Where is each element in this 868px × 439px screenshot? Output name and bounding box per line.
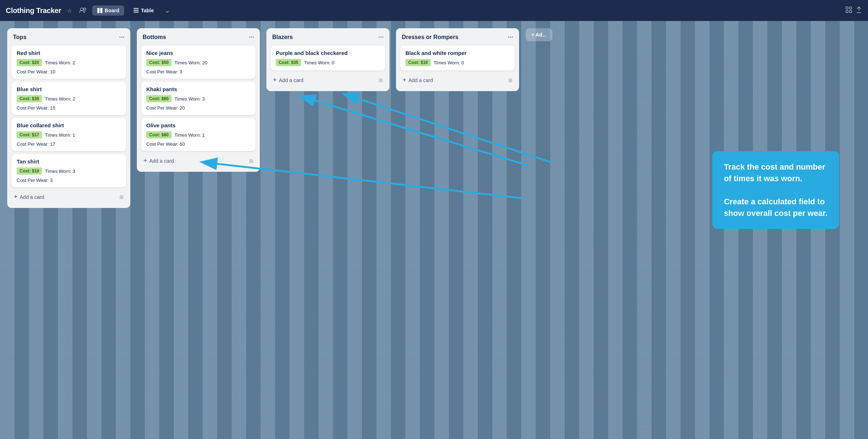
column-menu-tops[interactable]: ··· xyxy=(119,34,125,41)
times-worn-dresses-rompers-0: Times Worn: 0 xyxy=(434,60,464,65)
column-header-bottoms: Bottoms ··· xyxy=(141,33,256,43)
card-title-bottoms-0: Nice jeans xyxy=(146,50,250,56)
card-badges-tops-2: Cost: $17 Times Worn: 1 xyxy=(17,131,121,138)
cost-badge-bottoms-1: Cost: $60 xyxy=(146,95,172,102)
cost-badge-tops-2: Cost: $17 xyxy=(17,131,42,138)
app-title: Clothing Tracker xyxy=(6,7,61,15)
svg-rect-4 xyxy=(134,8,139,9)
times-worn-bottoms-2: Times Worn: 1 xyxy=(174,132,205,138)
card-title-tops-3: Tan shirt xyxy=(17,158,121,165)
column-tops: Tops ··· Red shirt Cost: $20 Times Worn:… xyxy=(7,28,130,208)
plus-icon-blazers: + xyxy=(273,76,277,84)
table-view-button[interactable]: Table xyxy=(128,5,159,16)
card-badges-bottoms-0: Cost: $50 Times Worn: 20 xyxy=(146,59,250,66)
column-title-bottoms: Bottoms xyxy=(143,34,166,41)
plus-icon-tops: + xyxy=(14,193,18,201)
table-label: Table xyxy=(141,8,154,13)
column-title-tops: Tops xyxy=(13,34,26,41)
board-view-button[interactable]: Board xyxy=(92,5,124,16)
card-badges-tops-0: Cost: $20 Times Worn: 2 xyxy=(17,59,121,66)
svg-rect-6 xyxy=(134,12,139,13)
cost-badge-tops-1: Cost: $30 xyxy=(17,95,42,102)
navbar: Clothing Tracker ☆ Board Table ⌄ xyxy=(0,0,868,21)
plus-icon-bottoms: + xyxy=(143,157,147,165)
column-header-dresses-rompers: Dresses or Rompers ··· xyxy=(400,33,515,43)
add-card-btn-dresses-rompers[interactable]: + Add a card ⊞ xyxy=(400,73,515,87)
column-menu-bottoms[interactable]: ··· xyxy=(249,34,254,41)
card-title-tops-2: Blue collared shirt xyxy=(17,122,121,128)
times-worn-blazers-0: Times Worn: 0 xyxy=(304,60,334,65)
cost-per-wear-tops-2: Cost Per Wear: 17 xyxy=(17,141,121,147)
template-icon-bottoms: ⊞ xyxy=(249,158,253,164)
share-icon[interactable] xyxy=(856,7,862,15)
add-column-button[interactable]: + Ad... xyxy=(526,28,552,41)
add-card-btn-tops[interactable]: + Add a card ⊞ xyxy=(12,190,126,204)
cost-per-wear-tops-0: Cost Per Wear: 10 xyxy=(17,69,121,74)
svg-rect-10 xyxy=(850,10,852,13)
column-bottoms: Bottoms ··· Nice jeans Cost: $50 Times W… xyxy=(137,28,260,172)
template-icon-blazers: ⊞ xyxy=(379,77,383,83)
times-worn-tops-1: Times Worn: 2 xyxy=(45,96,75,102)
people-button[interactable] xyxy=(78,6,88,15)
svg-point-1 xyxy=(84,8,86,10)
card-title-bottoms-2: Olive pants xyxy=(146,122,250,128)
add-card-btn-blazers[interactable]: + Add a card ⊞ xyxy=(271,73,385,87)
column-menu-blazers[interactable]: ··· xyxy=(378,34,384,41)
card-badges-blazers-0: Cost: $35 Times Worn: 0 xyxy=(276,59,380,66)
cost-badge-tops-0: Cost: $20 xyxy=(17,59,42,66)
column-title-dresses-rompers: Dresses or Rompers xyxy=(402,34,459,41)
cost-badge-bottoms-0: Cost: $50 xyxy=(146,59,172,66)
cost-per-wear-tops-3: Cost Per Wear: 3 xyxy=(17,178,121,183)
svg-rect-8 xyxy=(850,7,852,9)
annotation-text: Track the cost and number of times it wa… xyxy=(724,162,827,218)
card-tops-1[interactable]: Blue shirt Cost: $30 Times Worn: 2 Cost … xyxy=(12,82,126,115)
nav-right xyxy=(846,7,862,15)
card-title-dresses-rompers-0: Black and white romper xyxy=(405,50,510,56)
svg-rect-9 xyxy=(846,10,848,13)
card-title-bottoms-1: Khaki pants xyxy=(146,86,250,92)
card-tops-3[interactable]: Tan shirt Cost: $10 Times Worn: 3 Cost P… xyxy=(12,154,126,187)
svg-rect-3 xyxy=(100,8,102,13)
board-label: Board xyxy=(105,8,119,13)
card-badges-tops-3: Cost: $10 Times Worn: 3 xyxy=(17,167,121,175)
add-card-label-bottoms: Add a card xyxy=(149,158,174,164)
card-badges-dresses-rompers-0: Cost: $10 Times Worn: 0 xyxy=(405,59,510,66)
column-title-blazers: Blazers xyxy=(272,34,293,41)
add-card-btn-bottoms[interactable]: + Add a card ⊞ xyxy=(141,154,256,167)
template-icon-tops: ⊞ xyxy=(119,194,124,200)
card-tops-2[interactable]: Blue collared shirt Cost: $17 Times Worn… xyxy=(12,118,126,151)
board-wrapper: Tops ··· Red shirt Cost: $20 Times Worn:… xyxy=(0,21,868,439)
columns-container: Tops ··· Red shirt Cost: $20 Times Worn:… xyxy=(7,28,552,208)
card-badges-bottoms-2: Cost: $60 Times Worn: 1 xyxy=(146,131,250,138)
times-worn-bottoms-0: Times Worn: 20 xyxy=(174,60,207,65)
column-header-tops: Tops ··· xyxy=(12,33,126,43)
card-bottoms-2[interactable]: Olive pants Cost: $60 Times Worn: 1 Cost… xyxy=(141,118,256,151)
times-worn-bottoms-1: Times Worn: 3 xyxy=(174,96,205,102)
card-bottoms-0[interactable]: Nice jeans Cost: $50 Times Worn: 20 Cost… xyxy=(141,46,256,79)
template-icon-dresses-rompers: ⊞ xyxy=(508,77,513,83)
cost-per-wear-tops-1: Cost Per Wear: 15 xyxy=(17,105,121,111)
card-bottoms-1[interactable]: Khaki pants Cost: $60 Times Worn: 3 Cost… xyxy=(141,82,256,115)
cost-badge-dresses-rompers-0: Cost: $10 xyxy=(405,59,431,66)
star-button[interactable]: ☆ xyxy=(66,6,73,16)
add-card-label-dresses-rompers: Add a card xyxy=(409,77,433,83)
chevron-down-button[interactable]: ⌄ xyxy=(163,5,172,16)
add-card-label-blazers: Add a card xyxy=(279,77,304,83)
cost-per-wear-bottoms-1: Cost Per Wear: 20 xyxy=(146,105,250,111)
annotation-box: Track the cost and number of times it wa… xyxy=(712,151,839,229)
times-worn-tops-0: Times Worn: 2 xyxy=(45,60,75,65)
svg-rect-5 xyxy=(134,10,139,11)
column-dresses-rompers: Dresses or Rompers ··· Black and white r… xyxy=(396,28,519,91)
column-header-blazers: Blazers ··· xyxy=(271,33,385,43)
svg-rect-7 xyxy=(846,7,848,9)
card-badges-bottoms-1: Cost: $60 Times Worn: 3 xyxy=(146,95,250,102)
card-blazers-0[interactable]: Purple and black checkered Cost: $35 Tim… xyxy=(271,46,385,71)
column-blazers: Blazers ··· Purple and black checkered C… xyxy=(266,28,389,91)
card-title-blazers-0: Purple and black checkered xyxy=(276,50,380,56)
grid-icon[interactable] xyxy=(846,7,852,15)
card-title-tops-0: Red shirt xyxy=(17,50,121,56)
times-worn-tops-2: Times Worn: 1 xyxy=(45,132,75,138)
card-tops-0[interactable]: Red shirt Cost: $20 Times Worn: 2 Cost P… xyxy=(12,46,126,79)
column-menu-dresses-rompers[interactable]: ··· xyxy=(508,34,513,41)
card-dresses-rompers-0[interactable]: Black and white romper Cost: $10 Times W… xyxy=(400,46,515,71)
